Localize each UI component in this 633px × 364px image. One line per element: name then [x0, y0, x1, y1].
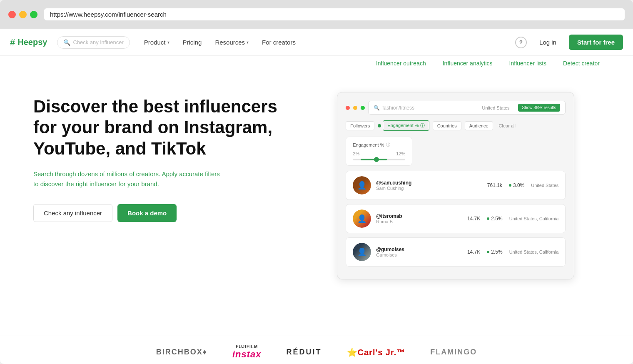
influencer-info: @itsromab Roma B: [376, 213, 462, 224]
mockup-dot-red: [346, 106, 350, 110]
hero-subtitle: Search through dozens of millions of cre…: [33, 169, 225, 189]
browser-url-bar[interactable]: [44, 8, 625, 20]
location: United States: [531, 183, 558, 188]
hero-title: Discover the best influencers for your b…: [33, 96, 295, 159]
influencer-stats: 761.1k 3.0% United States: [487, 182, 558, 188]
engagement-label: Engagement % ⓘ: [353, 142, 405, 148]
book-demo-button[interactable]: Book a demo: [117, 204, 177, 222]
brand-fujifilm: FUJIFILM: [236, 344, 258, 349]
nav-search[interactable]: 🔍 Check any influencer: [57, 36, 130, 49]
slider-thumb[interactable]: [374, 157, 379, 162]
influencer-name: Gumoises: [376, 252, 462, 257]
brands-section: BIRCHBOX♦ FUJIFILM instax RÉDUIT ⭐Carl's…: [0, 336, 633, 364]
chevron-down-icon: ▾: [247, 40, 249, 45]
mockup-search-left: 🔍 fashion/fitness: [374, 105, 474, 111]
brand-flamingo: FLAMINGO: [430, 348, 477, 357]
login-button[interactable]: Log in: [532, 35, 564, 49]
start-for-free-button[interactable]: Start for free: [569, 35, 623, 50]
filter-engagement[interactable]: Engagement % ⓘ: [383, 120, 429, 131]
influencer-row[interactable]: 👤 @itsromab Roma B 14.7K 2.5%: [346, 204, 566, 233]
sub-nav-outreach[interactable]: Influencer outreach: [376, 60, 426, 67]
navbar: # Heepsy 🔍 Check any influencer Product …: [0, 29, 633, 56]
browser-titlebar: [0, 0, 633, 29]
mockup-topbar: 🔍 fashion/fitness United States Show 889…: [346, 101, 566, 115]
browser-close-button[interactable]: [8, 11, 16, 18]
filter-clear[interactable]: Clear all: [496, 122, 518, 130]
influencer-row[interactable]: 👤 @sam.cushing Sam Cushing 761.1k 3.0%: [346, 171, 566, 200]
avatar: 👤: [353, 176, 371, 194]
influencer-stats: 14.7K 2.5% United States, California: [467, 216, 558, 222]
logo-icon: #: [10, 37, 15, 48]
nav-resources[interactable]: Resources ▾: [209, 35, 254, 49]
mockup-location: United States: [482, 105, 510, 110]
search-placeholder: Check any influencer: [73, 39, 123, 45]
mockup-search-text: fashion/fitness: [382, 105, 414, 111]
browser-maximize-button[interactable]: [30, 11, 37, 18]
sub-nav: Influencer outreach Influencer analytics…: [0, 56, 633, 71]
help-icon[interactable]: ?: [515, 37, 527, 48]
influencer-handle: @itsromab: [376, 213, 462, 219]
followers-count: 14.7K: [467, 249, 480, 255]
followers-count: 14.7K: [467, 216, 480, 222]
brand-logo-carlsjr: ⭐Carl's Jr.™: [347, 347, 406, 357]
brand-reduit: RÉDUIT: [287, 348, 322, 357]
avatar: 👤: [353, 243, 371, 261]
mockup-searchbar: 🔍 fashion/fitness United States Show 889…: [368, 101, 566, 115]
filter-followers[interactable]: Followers: [346, 121, 374, 130]
engagement-range: 2% 12%: [353, 151, 405, 156]
app-mockup: 🔍 fashion/fitness United States Show 889…: [337, 92, 574, 279]
mockup-dot-yellow: [353, 106, 357, 110]
hero-left: Discover the best influencers for your b…: [33, 92, 295, 323]
influencer-name: Sam Cushing: [376, 186, 482, 191]
location: United States, California: [509, 216, 559, 221]
browser-buttons: [8, 11, 37, 18]
nav-links: Product ▾ Pricing Resources ▾ For creato…: [138, 35, 515, 49]
browser-window: # Heepsy 🔍 Check any influencer Product …: [0, 0, 633, 364]
filter-countries[interactable]: Countries: [433, 121, 461, 130]
nav-pricing[interactable]: Pricing: [177, 35, 208, 49]
brand-logo-birchbox: BIRCHBOX♦: [156, 348, 207, 357]
filter-audience[interactable]: Audience: [465, 121, 493, 130]
influencer-name: Roma B: [376, 219, 462, 224]
nav-creators[interactable]: For creators: [256, 35, 302, 49]
location: United States, California: [509, 249, 559, 254]
brand-logo-reduit: RÉDUIT: [287, 348, 322, 357]
logo[interactable]: # Heepsy: [10, 37, 47, 48]
avatar: 👤: [353, 209, 371, 228]
browser-minimize-button[interactable]: [19, 11, 27, 18]
slider-track[interactable]: [353, 159, 405, 160]
brand-birchbox: BIRCHBOX♦: [156, 348, 207, 357]
brand-logo-instax: instax: [232, 349, 262, 360]
engagement-rate: 2.5%: [487, 249, 502, 255]
page-content: # Heepsy 🔍 Check any influencer Product …: [0, 29, 633, 364]
influencer-info: @sam.cushing Sam Cushing: [376, 180, 482, 191]
engagement-rate: 3.0%: [509, 182, 524, 188]
mockup-filters: Followers Engagement % ⓘ Countries: [346, 120, 566, 131]
brand-carlsjr: ⭐Carl's Jr.™: [347, 347, 406, 357]
mockup-show-results-button[interactable]: Show 889k results: [518, 104, 561, 112]
influencer-handle: @gumoises: [376, 247, 462, 252]
mockup-dot-green: [361, 106, 365, 110]
influencer-row[interactable]: 👤 @gumoises Gumoises 14.7K 2.5%: [346, 237, 566, 267]
engagement-widget: Engagement % ⓘ 2% 12%: [346, 137, 412, 166]
nav-right: ? Log in Start for free: [515, 35, 623, 50]
nav-product[interactable]: Product ▾: [138, 35, 175, 49]
main-content: Discover the best influencers for your b…: [0, 71, 633, 336]
sub-nav-detect[interactable]: Detect creator: [563, 60, 600, 67]
sub-nav-analytics[interactable]: Influencer analytics: [443, 60, 493, 67]
brand-logo-flamingo: FLAMINGO: [430, 348, 477, 357]
followers-count: 761.1k: [487, 182, 502, 188]
influencer-stats: 14.7K 2.5% United States, California: [467, 249, 558, 255]
check-influencer-button[interactable]: Check any influencer: [33, 204, 112, 222]
chevron-down-icon: ▾: [167, 40, 169, 45]
hero-buttons: Check any influencer Book a demo: [33, 204, 295, 222]
influencer-info: @gumoises Gumoises: [376, 247, 462, 257]
influencer-handle: @sam.cushing: [376, 180, 482, 186]
hero-right: 🔍 fashion/fitness United States Show 889…: [312, 92, 600, 323]
search-icon: 🔍: [63, 39, 70, 46]
brand-instax: FUJIFILM instax: [232, 344, 262, 360]
logo-text: Heepsy: [17, 37, 47, 47]
engagement-rate: 2.5%: [487, 216, 502, 222]
sub-nav-lists[interactable]: Influencer lists: [509, 60, 546, 67]
